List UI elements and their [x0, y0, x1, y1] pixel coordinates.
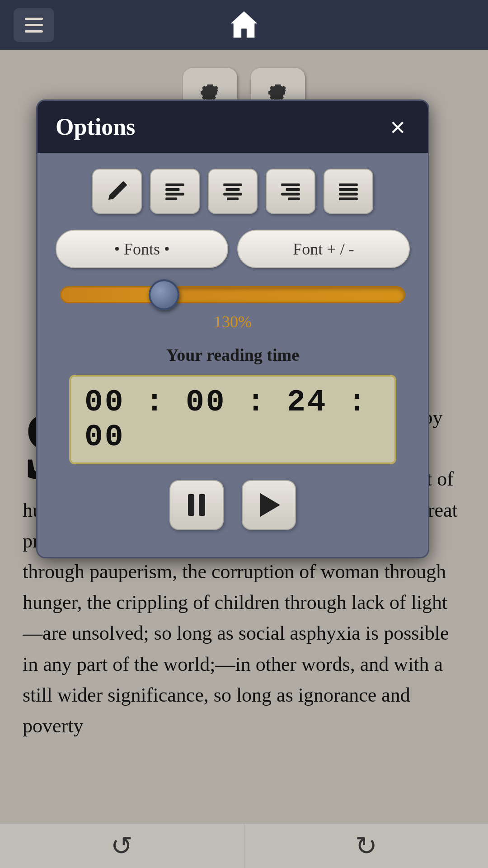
back-button[interactable]: ↺	[0, 824, 244, 868]
svg-rect-9	[286, 188, 300, 191]
align-right-icon	[279, 179, 302, 203]
svg-rect-4	[223, 184, 242, 186]
svg-rect-5	[225, 188, 239, 191]
playback-controls	[56, 480, 410, 530]
play-button[interactable]	[242, 480, 296, 530]
align-justify-icon	[337, 179, 360, 203]
timer-display: 00 : 00 : 24 : 00	[69, 375, 396, 464]
slider-track[interactable]	[60, 286, 405, 303]
home-button[interactable]	[228, 9, 260, 42]
svg-rect-15	[339, 198, 358, 200]
slider-container	[56, 286, 410, 303]
svg-rect-0	[165, 184, 184, 186]
home-icon	[228, 9, 260, 40]
pause-bar-right	[199, 494, 205, 516]
timer-text: 00 : 00 : 24 : 00	[84, 385, 381, 454]
pause-button[interactable]	[169, 480, 224, 530]
pause-bar-left	[188, 494, 194, 516]
pause-icon	[188, 494, 205, 516]
align-justify-button[interactable]	[324, 169, 373, 214]
options-header: Options ×	[38, 101, 428, 153]
svg-rect-10	[281, 193, 300, 195]
svg-rect-12	[339, 184, 358, 186]
menu-button[interactable]	[14, 8, 54, 42]
options-title: Options	[56, 113, 135, 140]
svg-rect-6	[223, 193, 242, 195]
align-left-icon	[163, 179, 187, 203]
svg-rect-14	[339, 193, 358, 195]
pencil-icon	[105, 179, 129, 203]
options-body: • Fonts • Font + / - 130% Your reading t…	[38, 153, 428, 557]
align-buttons-row	[56, 169, 410, 214]
svg-rect-2	[165, 193, 184, 195]
top-nav	[0, 0, 488, 50]
font-buttons-row: • Fonts • Font + / -	[56, 230, 410, 268]
align-center-button[interactable]	[208, 169, 258, 214]
svg-rect-11	[288, 198, 300, 200]
fonts-button[interactable]: • Fonts •	[56, 230, 228, 268]
slider-thumb[interactable]	[149, 279, 179, 310]
hamburger-icon	[25, 18, 43, 33]
svg-rect-3	[165, 198, 177, 200]
bottom-nav: ↺ ↻	[0, 823, 488, 868]
align-center-icon	[221, 179, 244, 203]
svg-rect-7	[227, 198, 239, 200]
forward-button[interactable]: ↻	[244, 824, 488, 868]
back-arrow-icon: ↺	[111, 830, 133, 861]
forward-arrow-icon: ↻	[355, 830, 377, 861]
svg-rect-13	[339, 188, 358, 191]
options-dialog: Options ×	[36, 99, 429, 558]
close-button[interactable]: ×	[385, 114, 410, 140]
svg-rect-8	[281, 184, 300, 186]
slider-percent: 130%	[56, 312, 410, 331]
svg-rect-1	[165, 188, 179, 191]
edit-button[interactable]	[92, 169, 142, 214]
font-size-button[interactable]: Font + / -	[237, 230, 410, 268]
align-right-button[interactable]	[266, 169, 315, 214]
align-left-button[interactable]	[150, 169, 200, 214]
reading-time-label: Your reading time	[56, 345, 410, 365]
play-icon	[260, 493, 280, 517]
